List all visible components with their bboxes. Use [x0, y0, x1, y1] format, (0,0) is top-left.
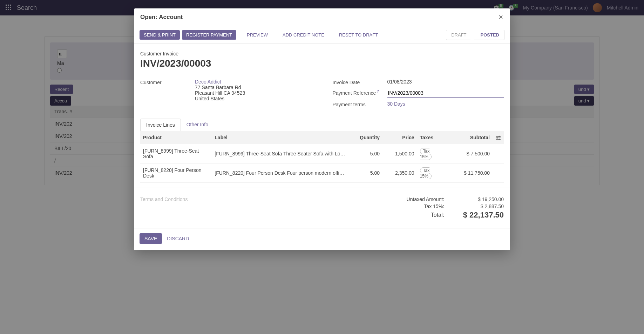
col-taxes: Taxes [417, 131, 445, 144]
status-draft[interactable]: DRAFT [446, 30, 474, 40]
customer-label: Customer [140, 79, 189, 101]
status-bar: DRAFT POSTED [446, 30, 504, 40]
col-price: Price [382, 131, 417, 144]
svg-point-4 [496, 137, 498, 139]
modal-title: Open: Account [140, 14, 183, 21]
tabs: Invoice Lines Other Info [140, 119, 504, 131]
line-quantity: 5.00 [348, 144, 383, 163]
col-quantity: Quantity [348, 131, 383, 144]
reset-to-draft-button[interactable]: RESET TO DRAFT [335, 30, 382, 40]
tab-other-info[interactable]: Other Info [181, 119, 214, 131]
line-price: 1,500.00 [382, 144, 417, 163]
line-label: [FURN_8999] Three-Seat Sofa Three Seater… [215, 151, 345, 156]
col-subtotal: Subtotal [445, 131, 493, 144]
svg-point-3 [499, 136, 500, 137]
payment-terms-label: Payment terms [333, 101, 382, 107]
tax-badge: Tax 15% [420, 167, 432, 179]
modal-body: Customer Invoice INV/2023/00003 Customer… [134, 44, 510, 185]
payment-reference-label: Payment Reference [333, 89, 382, 98]
add-credit-note-button[interactable]: ADD CREDIT NOTE [278, 30, 328, 40]
payment-reference-input[interactable] [387, 89, 504, 98]
invoice-date-value: 01/08/2023 [387, 79, 504, 85]
payment-terms-value[interactable]: 30 Days [387, 101, 504, 107]
table-row[interactable]: [FURN_8220] Four Person Desk [FURN_8220]… [140, 163, 504, 183]
customer-address-line: 77 Santa Barbara Rd [195, 85, 312, 90]
invoice-lines-table: Product Label Quantity Price Taxes Subto… [140, 131, 504, 183]
customer-address-line: United States [195, 96, 312, 101]
modal-overlay: Open: Account × SEND & PRINT REGISTER PA… [0, 0, 644, 185]
col-product: Product [140, 131, 212, 144]
invoice-modal: Open: Account × SEND & PRINT REGISTER PA… [134, 8, 510, 185]
line-product: [FURN_8999] Three-Seat Sofa [140, 144, 212, 163]
col-label: Label [212, 131, 348, 144]
document-number: INV/2023/00003 [140, 58, 504, 69]
line-price: 2,350.00 [382, 163, 417, 183]
action-bar: SEND & PRINT REGISTER PAYMENT PREVIEW AD… [134, 26, 510, 44]
table-row[interactable]: [FURN_8999] Three-Seat Sofa [FURN_8999] … [140, 144, 504, 163]
line-subtotal: $ 7,500.00 [445, 144, 493, 163]
line-label: [FURN_8220] Four Person Desk Four person… [215, 170, 345, 176]
close-icon[interactable]: × [499, 13, 503, 21]
line-subtotal: $ 11,750.00 [445, 163, 493, 183]
customer-link[interactable]: Deco Addict [195, 79, 312, 85]
svg-point-5 [499, 139, 500, 140]
col-options[interactable] [493, 131, 504, 144]
tax-badge: Tax 15% [420, 148, 432, 160]
line-quantity: 5.00 [348, 163, 383, 183]
modal-header: Open: Account × [134, 8, 510, 26]
status-posted[interactable]: POSTED [474, 30, 504, 40]
invoice-date-label: Invoice Date [333, 79, 382, 85]
document-type: Customer Invoice [140, 51, 504, 56]
tab-invoice-lines[interactable]: Invoice Lines [140, 119, 181, 131]
customer-address-line: Pleasant Hill CA 94523 [195, 90, 312, 96]
line-product: [FURN_8220] Four Person Desk [140, 163, 212, 183]
settings-icon [495, 135, 501, 140]
register-payment-button[interactable]: REGISTER PAYMENT [182, 30, 236, 40]
send-print-button[interactable]: SEND & PRINT [140, 30, 180, 40]
preview-button[interactable]: PREVIEW [243, 30, 272, 40]
